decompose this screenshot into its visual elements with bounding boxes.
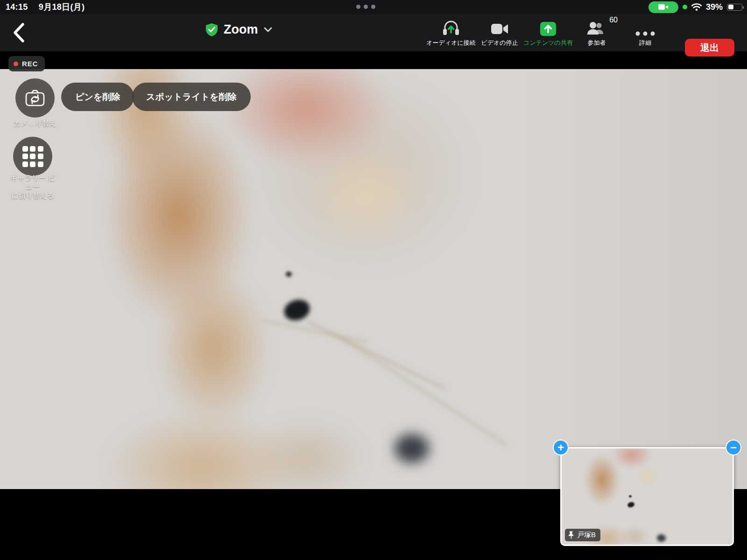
connect-audio-button[interactable]: オーディオに接続	[427, 18, 475, 47]
pin-icon	[568, 531, 574, 539]
clock: 14:15	[6, 2, 28, 12]
status-indicators: 39%	[648, 1, 742, 13]
shrimp-video-image	[0, 69, 747, 489]
pip-thumbnail[interactable]: 戸塚B + −	[560, 447, 734, 546]
gallery-view-label: ギャラリー ビ ュー に切り替える	[4, 174, 62, 200]
chevron-down-icon	[264, 27, 272, 32]
stop-video-label: ビデオの停止	[481, 39, 518, 47]
video-camera-glyph-icon	[658, 4, 669, 10]
recording-dot-icon	[14, 62, 18, 66]
chevron-left-icon	[13, 22, 25, 43]
meeting-title[interactable]: Zoom	[205, 22, 272, 37]
share-screen-icon	[539, 18, 557, 36]
status-bar: 14:15 9月18日(月) 39%	[0, 0, 747, 14]
battery-percent: 39%	[706, 2, 723, 12]
pip-zoom-out-button[interactable]: −	[726, 440, 741, 455]
back-button[interactable]	[8, 21, 29, 45]
participants-icon: 60	[587, 18, 606, 36]
headphones-icon	[442, 18, 460, 36]
remove-spotlight-button[interactable]: スポットライトを削除	[132, 83, 251, 111]
security-shield-icon	[205, 23, 218, 37]
privacy-indicator-dot-icon	[683, 5, 687, 9]
connect-audio-label: オーディオに接続	[426, 39, 476, 47]
pip-name-badge: 戸塚B	[565, 529, 600, 541]
pip-video-image: 戸塚B	[562, 448, 733, 545]
meeting-toolbar: Zoom オーディオに接続	[0, 14, 747, 51]
wifi-icon	[691, 3, 702, 11]
gallery-view-button[interactable]	[13, 137, 52, 176]
camera-active-pill-icon	[648, 1, 678, 13]
date: 9月18日(月)	[39, 2, 85, 12]
switch-camera-button[interactable]	[15, 78, 55, 118]
switch-camera-label: カメ…り替え	[6, 119, 64, 128]
recording-badge: REC	[8, 56, 45, 71]
leave-meeting-button[interactable]: 退出	[685, 39, 734, 56]
participants-label: 参加者	[588, 39, 606, 47]
zoom-meeting-screen: 14:15 9月18日(月) 39%	[0, 0, 747, 560]
multitask-dots-icon	[356, 5, 375, 9]
remove-pin-button[interactable]: ピンを削除	[61, 83, 134, 111]
share-content-label: コンテンツの共有	[523, 39, 573, 47]
gallery-grid-icon	[22, 146, 43, 167]
main-video-feed	[0, 69, 747, 489]
pip-small-speck	[629, 495, 632, 497]
participants-count: 60	[609, 16, 618, 24]
status-time-date: 14:15 9月18日(月)	[6, 1, 85, 13]
stop-video-button[interactable]: ビデオの停止	[475, 18, 524, 47]
pip-name-text: 戸塚B	[577, 531, 596, 539]
pip-lower-spot	[657, 534, 666, 542]
more-button[interactable]: 詳細	[621, 18, 669, 47]
more-dots-icon	[635, 18, 655, 36]
meeting-title-text: Zoom	[224, 22, 258, 37]
recording-label: REC	[22, 60, 38, 68]
toolbar-buttons: オーディオに接続 ビデオの停止	[427, 18, 669, 47]
video-camera-icon	[491, 18, 508, 36]
more-label: 詳細	[639, 39, 651, 47]
camera-flip-icon	[24, 88, 46, 108]
pip-zoom-in-button[interactable]: +	[553, 440, 569, 455]
small-dark-speck	[286, 272, 292, 277]
participants-button[interactable]: 60 参加者	[572, 18, 621, 47]
battery-icon	[727, 4, 742, 11]
lower-dark-spot	[395, 434, 429, 463]
share-content-button[interactable]: コンテンツの共有	[524, 18, 572, 47]
